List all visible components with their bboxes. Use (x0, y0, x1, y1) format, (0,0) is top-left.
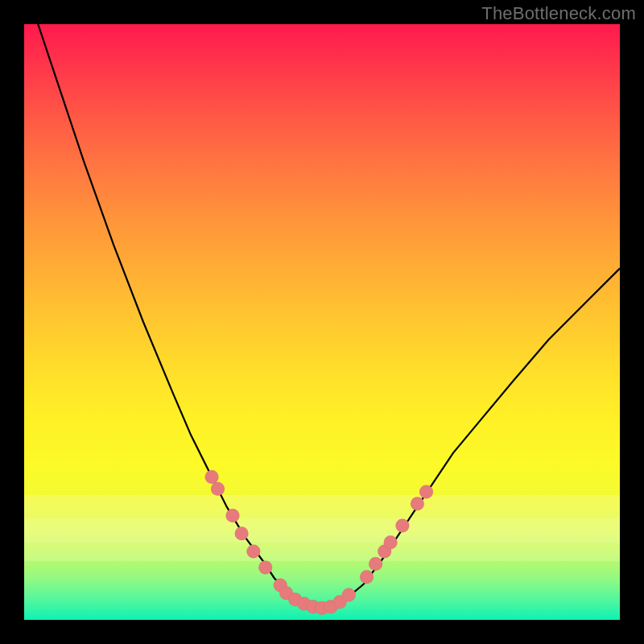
bottleneck-curve (24, 24, 620, 608)
data-point (411, 497, 424, 510)
data-points-group (205, 470, 433, 615)
plot-area (24, 24, 620, 620)
data-point (369, 557, 382, 571)
data-point (360, 570, 374, 584)
data-point (342, 588, 356, 601)
data-point (211, 482, 225, 496)
data-point (258, 560, 272, 574)
data-point (246, 544, 260, 558)
watermark-text: TheBottleneck.com (481, 3, 636, 24)
data-point (384, 535, 398, 549)
chart-frame: TheBottleneck.com (0, 0, 644, 644)
data-point (395, 519, 409, 533)
data-point (235, 526, 249, 540)
data-point (205, 470, 219, 484)
data-point (226, 509, 240, 522)
curve-svg (24, 24, 620, 620)
data-point (419, 485, 433, 498)
